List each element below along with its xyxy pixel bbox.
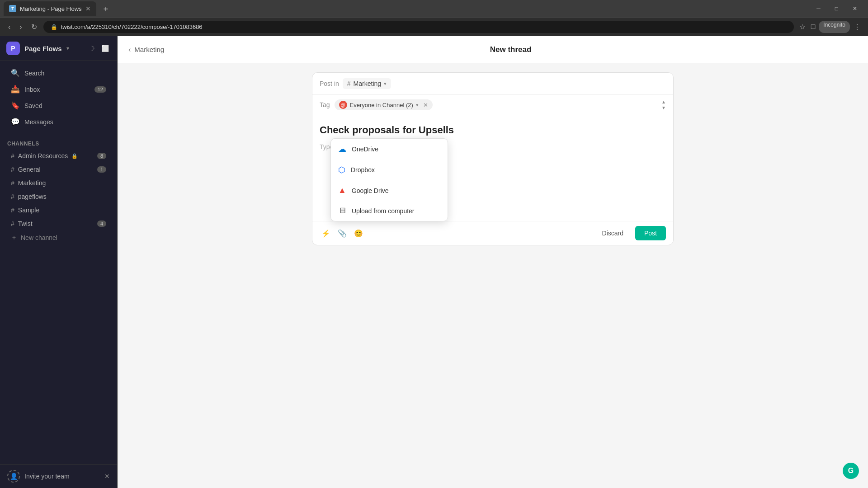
- search-icon: 🔍: [11, 69, 20, 77]
- dropbox-option[interactable]: ⬡ Dropbox: [331, 160, 448, 180]
- channel-selector[interactable]: # Marketing ▾: [343, 78, 391, 89]
- hash-icon: #: [11, 179, 14, 187]
- bookmark-icon[interactable]: ☆: [797, 21, 807, 33]
- sidebar-nav: 🔍 Search 📥 Inbox 12 🔖 Saved 💬 Messages: [0, 61, 117, 134]
- tag-label: Tag: [320, 101, 330, 108]
- tag-chip[interactable]: @ Everyone in Channel (2) ▾ ✕: [335, 99, 433, 110]
- tag-chip-close-button[interactable]: ✕: [423, 102, 428, 108]
- forward-nav-button[interactable]: ›: [17, 21, 24, 33]
- tab-close-button[interactable]: ✕: [85, 5, 91, 12]
- sidebar-item-admin-resources[interactable]: # Admin Resources 🔒 8: [4, 150, 113, 162]
- general-badge: 1: [97, 166, 106, 173]
- tag-chip-label: Everyone in Channel (2): [350, 102, 413, 108]
- sidebar-item-sample[interactable]: # Sample: [4, 204, 113, 216]
- tag-row-up-icon[interactable]: ▲: [661, 99, 666, 104]
- dropbox-icon: ⬡: [338, 165, 345, 175]
- gdrive-icon: ▲: [338, 186, 346, 195]
- sidebar-item-marketing[interactable]: # Marketing: [4, 177, 113, 189]
- maximize-button[interactable]: □: [828, 0, 845, 17]
- invite-team-section: 👤 Invite your team ✕: [0, 464, 117, 488]
- url-text: twist.com/a/225310/ch/702222/compose/-17…: [61, 23, 203, 30]
- inbox-icon: 📥: [11, 85, 20, 94]
- main-content: ‹ Marketing New thread Post in # Marketi…: [118, 36, 868, 488]
- browser-chrome: T Marketing - Page Flows ✕ ＋ ─ □ ✕ ‹ › ↻…: [0, 0, 868, 36]
- twist-badge: 4: [97, 221, 106, 227]
- channel-pageflows-label: pageflows: [18, 193, 47, 200]
- sidebar-item-messages[interactable]: 💬 Messages: [4, 114, 113, 130]
- file-dropdown-menu: ☁ OneDrive ⬡ Dropbox ▲ Google Drive 🖥 Up…: [330, 138, 448, 221]
- discard-button[interactable]: Discard: [594, 226, 632, 240]
- hash-icon: #: [11, 152, 14, 160]
- active-tab[interactable]: T Marketing - Page Flows ✕: [4, 1, 96, 16]
- workspace-dropdown-arrow: ▾: [66, 45, 69, 52]
- workspace-icon: P: [6, 42, 20, 55]
- everyone-icon: @: [339, 101, 347, 109]
- workspace-name: Page Flows: [24, 45, 62, 52]
- upload-icon: 🖥: [338, 206, 346, 216]
- onedrive-icon: ☁: [338, 144, 346, 154]
- hash-icon: #: [11, 193, 14, 200]
- sidebar-search-label: Search: [24, 70, 44, 77]
- composer-footer: ⚡ 📎 😊 Discard Post: [312, 221, 673, 245]
- menu-icon[interactable]: ⋮: [852, 21, 863, 33]
- new-channel-button[interactable]: ＋ New channel: [4, 231, 113, 244]
- tag-row-down-icon[interactable]: ▼: [661, 105, 666, 110]
- new-channel-label: New channel: [21, 234, 57, 241]
- attachment-icon-button[interactable]: 📎: [336, 227, 349, 239]
- tag-row: Tag @ Everyone in Channel (2) ▾ ✕ ▲ ▼: [312, 95, 673, 115]
- channel-general-label: General: [18, 166, 41, 173]
- inbox-badge: 12: [94, 86, 106, 93]
- tab-title: Marketing - Page Flows: [20, 5, 82, 12]
- invite-team-label: Invite your team: [24, 473, 70, 480]
- thread-composer-wrap: Post in # Marketing ▾ Tag @ Everyone in …: [118, 63, 868, 488]
- google-drive-option[interactable]: ▲ Google Drive: [331, 180, 448, 201]
- sidebar-item-saved[interactable]: 🔖 Saved: [4, 98, 113, 113]
- incognito-badge: Incognito: [819, 21, 850, 33]
- lightning-icon-button[interactable]: ⚡: [320, 227, 332, 239]
- extension-icon[interactable]: □: [809, 21, 817, 33]
- sidebar-item-twist[interactable]: # Twist 4: [4, 217, 113, 230]
- onedrive-option[interactable]: ☁ OneDrive: [331, 139, 448, 160]
- upload-from-computer-option[interactable]: 🖥 Upload from computer: [331, 201, 448, 221]
- back-nav-button[interactable]: ‹: [5, 21, 13, 33]
- footer-actions: Discard Post: [594, 226, 666, 240]
- back-button[interactable]: ‹: [128, 46, 131, 54]
- add-channel-plus-icon: ＋: [11, 234, 17, 242]
- channels-section-header: Channels: [0, 134, 117, 149]
- channel-admin-resources-label: Admin Resources: [18, 152, 68, 160]
- channel-marketing-label: Marketing: [18, 179, 46, 187]
- sidebar-item-inbox[interactable]: 📥 Inbox 12: [4, 81, 113, 97]
- sidebar-inbox-label: Inbox: [24, 86, 40, 93]
- sidebar-item-search[interactable]: 🔍 Search: [4, 65, 113, 81]
- sidebar-toggle-button[interactable]: ⬜: [99, 43, 111, 54]
- emoji-icon-button[interactable]: 😊: [352, 227, 365, 239]
- channels-label: Channels: [7, 141, 39, 147]
- tag-row-actions: ▲ ▼: [661, 99, 666, 110]
- sidebar-item-pageflows[interactable]: # pageflows: [4, 190, 113, 203]
- invite-close-button[interactable]: ✕: [104, 473, 110, 480]
- close-button[interactable]: ✕: [845, 0, 864, 17]
- minimize-button[interactable]: ─: [809, 0, 828, 17]
- post-button[interactable]: Post: [635, 226, 666, 240]
- url-input[interactable]: 🔒 twist.com/a/225310/ch/702222/compose/-…: [43, 21, 794, 33]
- reload-button[interactable]: ↻: [28, 21, 40, 33]
- upload-label: Upload from computer: [352, 207, 415, 215]
- dropbox-label: Dropbox: [351, 166, 375, 174]
- sidebar-item-general[interactable]: # General 1: [4, 163, 113, 176]
- address-bar-actions: ☆ □ Incognito ⋮: [797, 21, 863, 33]
- sidebar-saved-label: Saved: [24, 102, 42, 109]
- tag-chip-arrow-icon: ▾: [416, 102, 419, 108]
- onedrive-label: OneDrive: [352, 145, 378, 153]
- channel-twist-label: Twist: [18, 220, 33, 227]
- sidebar: P Page Flows ▾ ☽ ⬜ 🔍 Search 📥 Inbox 12 🔖…: [0, 36, 118, 488]
- channel-sample-label: Sample: [18, 206, 39, 214]
- user-avatar: G: [843, 463, 859, 479]
- theme-toggle-button[interactable]: ☽: [87, 43, 97, 54]
- thread-title[interactable]: Check proposals for Upsells: [312, 115, 673, 140]
- channel-selector-name: Marketing: [354, 80, 381, 87]
- page-title: New thread: [490, 45, 532, 54]
- channel-selector-arrow-icon: ▾: [384, 81, 387, 87]
- app-layout: P Page Flows ▾ ☽ ⬜ 🔍 Search 📥 Inbox 12 🔖…: [0, 36, 868, 488]
- new-tab-button[interactable]: ＋: [98, 1, 113, 16]
- sidebar-actions: ☽ ⬜: [87, 43, 111, 54]
